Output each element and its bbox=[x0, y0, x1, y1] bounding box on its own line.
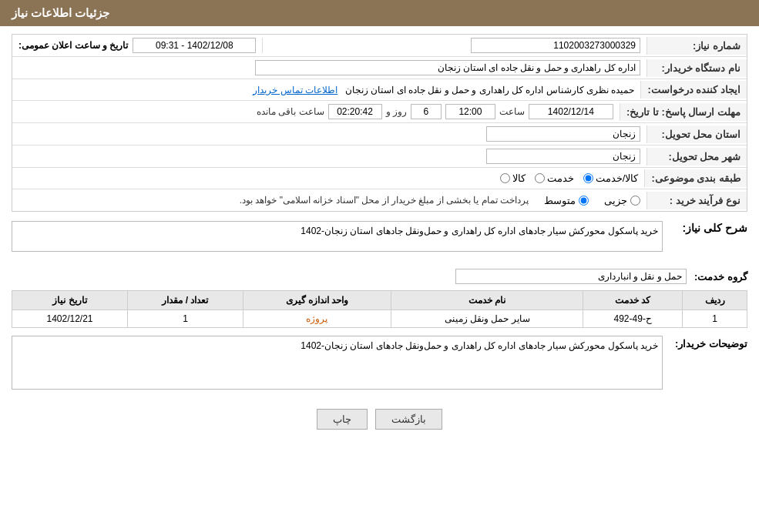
purchase-note: پرداخت تمام یا بخشی از مبلغ خریدار از مح… bbox=[240, 195, 529, 206]
label-announce-date: تاریخ و ساعت اعلان عمومی: bbox=[18, 40, 128, 51]
button-group: بازگشت چاپ bbox=[12, 401, 747, 437]
label-creator: ایجاد کننده درخواست: bbox=[640, 81, 747, 99]
cell-row: 1 bbox=[683, 310, 747, 328]
creator-text: حمیده نظری کارشناس اداره کل راهداری و حم… bbox=[345, 85, 634, 95]
need-desc-box: خرید پاسکول محورکش سیار جادهای اداره کل … bbox=[12, 221, 663, 252]
label-delivery-province: استان محل تحویل: bbox=[646, 125, 747, 143]
purchase-type-row: جزیی متوسط پرداخت تمام یا بخشی از مبلغ خ… bbox=[12, 192, 646, 209]
cell-name: سایر حمل ونقل زمینی bbox=[391, 310, 583, 328]
table-row: 1 ح-49-492 سایر حمل ونقل زمینی پروژه 1 1… bbox=[12, 310, 747, 328]
purchase-type-jozi: جزیی bbox=[604, 195, 640, 206]
label-need-desc: شرح کلی نیاز: bbox=[670, 219, 747, 234]
need-desc-text: خرید پاسکول محورکش سیار جادهای اداره کل … bbox=[301, 226, 658, 236]
contact-link[interactable]: اطلاعات تماس خریدار bbox=[253, 85, 338, 95]
label-deadline: مهلت ارسال پاسخ: تا تاریخ: bbox=[620, 103, 747, 121]
input-buyer-org[interactable] bbox=[255, 60, 640, 75]
input-delivery-city[interactable] bbox=[486, 149, 640, 164]
value-delivery-city bbox=[12, 146, 646, 167]
page-container: جزئیات اطلاعات نیاز شماره نیاز: تاریخ و … bbox=[0, 0, 759, 532]
cell-code: ح-49-492 bbox=[583, 310, 683, 328]
th-count: تعداد / مقدار bbox=[128, 291, 243, 310]
label-days: روز و bbox=[386, 106, 407, 117]
input-service-group[interactable] bbox=[455, 269, 687, 284]
radio-item-kala-khedmat: کالا/خدمت bbox=[583, 172, 639, 184]
input-deadline-time[interactable] bbox=[445, 104, 495, 119]
th-unit: واحد اندازه گیری bbox=[243, 291, 391, 310]
input-deadline-date[interactable] bbox=[529, 104, 613, 119]
services-table: ردیف کد خدمت نام خدمت واحد اندازه گیری ت… bbox=[12, 290, 747, 328]
row-deadline: مهلت ارسال پاسخ: تا تاریخ: ساعت روز و سا… bbox=[12, 101, 747, 123]
label-need-number: شماره نیاز: bbox=[646, 37, 747, 55]
value-buyer-org bbox=[12, 57, 646, 79]
radio-kala-khedmat[interactable] bbox=[583, 173, 593, 183]
row-delivery-city: شهر محل تحویل: bbox=[12, 146, 747, 168]
th-date: تاریخ نیاز bbox=[12, 291, 128, 310]
table-body: 1 ح-49-492 سایر حمل ونقل زمینی پروژه 1 1… bbox=[12, 310, 747, 328]
date-fields: ساعت روز و ساعت باقی مانده bbox=[12, 101, 620, 122]
radio-motavasset[interactable] bbox=[579, 196, 589, 206]
label-delivery-city: شهر محل تحویل: bbox=[646, 148, 747, 166]
need-desc-section: شرح کلی نیاز: خرید پاسکول محورکش سیار جا… bbox=[12, 219, 747, 253]
main-info-section: شماره نیاز: تاریخ و ساعت اعلان عمومی: نا… bbox=[12, 34, 747, 212]
row-delivery-province: استان محل تحویل: bbox=[12, 123, 747, 146]
radio-khedmat[interactable] bbox=[535, 173, 545, 183]
input-need-number[interactable] bbox=[471, 38, 640, 53]
label-remaining-suffix: ساعت باقی مانده bbox=[257, 106, 324, 117]
radio-item-kala: کالا bbox=[500, 172, 526, 184]
row-need-number: شماره نیاز: تاریخ و ساعت اعلان عمومی: bbox=[12, 35, 747, 57]
row-buyer-org: نام دستگاه خریدار: bbox=[12, 57, 747, 79]
cell-unit: پروژه bbox=[243, 310, 391, 328]
btn-back[interactable]: بازگشت bbox=[375, 409, 442, 430]
input-remaining-time[interactable] bbox=[328, 104, 382, 119]
page-header: جزئیات اطلاعات نیاز bbox=[0, 0, 759, 26]
row-purchase-type: نوع فرآیند خرید : جزیی متوسط پرداخت تمام… bbox=[12, 189, 747, 211]
services-section-title bbox=[12, 261, 747, 269]
content-area: شماره نیاز: تاریخ و ساعت اعلان عمومی: نا… bbox=[0, 26, 759, 445]
radio-jozi[interactable] bbox=[630, 196, 640, 206]
cell-date: 1402/12/21 bbox=[12, 310, 128, 328]
radio-kala[interactable] bbox=[500, 173, 510, 183]
label-motavasset: متوسط bbox=[544, 195, 576, 206]
radio-khedmat-label: خدمت bbox=[547, 172, 574, 184]
cell-count: 1 bbox=[128, 310, 243, 328]
services-table-section: ردیف کد خدمت نام خدمت واحد اندازه گیری ت… bbox=[12, 290, 747, 328]
value-delivery-province bbox=[12, 123, 646, 145]
input-remaining-days[interactable] bbox=[411, 104, 442, 119]
label-jozi: جزیی bbox=[604, 195, 627, 206]
buyer-notes-box: خرید پاسکول محورکش سیار جادهای اداره کل … bbox=[12, 336, 663, 390]
th-row: ردیف bbox=[683, 291, 747, 310]
value-category: کالا/خدمت خدمت کالا bbox=[12, 169, 644, 187]
buyer-notes-text: خرید پاسکول محورکش سیار جادهای اداره کل … bbox=[301, 340, 658, 351]
label-buyer-notes: توضیحات خریدار: bbox=[670, 336, 747, 350]
row-category: طبقه بندی موضوعی: کالا/خدمت خدمت کالا bbox=[12, 168, 747, 189]
radio-kala-khedmat-label: کالا/خدمت bbox=[596, 172, 639, 184]
input-announce-date[interactable] bbox=[133, 38, 256, 53]
label-time: ساعت bbox=[499, 106, 525, 117]
buyer-notes-section: توضیحات خریدار: خرید پاسکول محورکش سیار … bbox=[12, 336, 747, 390]
label-service-group: گروه خدمت: bbox=[694, 271, 747, 283]
input-delivery-province[interactable] bbox=[486, 126, 640, 142]
value-need-number bbox=[263, 35, 646, 56]
page-title: جزئیات اطلاعات نیاز bbox=[12, 6, 109, 19]
label-purchase-type: نوع فرآیند خرید : bbox=[646, 192, 747, 209]
radio-item-khedmat: خدمت bbox=[535, 172, 574, 184]
purchase-type-motavasset: متوسط bbox=[544, 195, 589, 206]
radio-kala-label: کالا bbox=[512, 172, 526, 184]
th-code: کد خدمت bbox=[583, 291, 683, 310]
label-category: طبقه بندی موضوعی: bbox=[644, 169, 747, 187]
row-creator: ایجاد کننده درخواست: حمیده نظری کارشناس … bbox=[12, 79, 747, 101]
table-head: ردیف کد خدمت نام خدمت واحد اندازه گیری ت… bbox=[12, 291, 747, 310]
service-group-row: گروه خدمت: bbox=[12, 269, 747, 284]
label-buyer-org: نام دستگاه خریدار: bbox=[646, 59, 747, 77]
btn-print[interactable]: چاپ bbox=[317, 409, 368, 430]
value-creator: حمیده نظری کارشناس اداره کل راهداری و حم… bbox=[12, 82, 640, 99]
th-name: نام خدمت bbox=[391, 291, 583, 310]
category-radio-group: کالا/خدمت خدمت کالا bbox=[18, 172, 638, 184]
